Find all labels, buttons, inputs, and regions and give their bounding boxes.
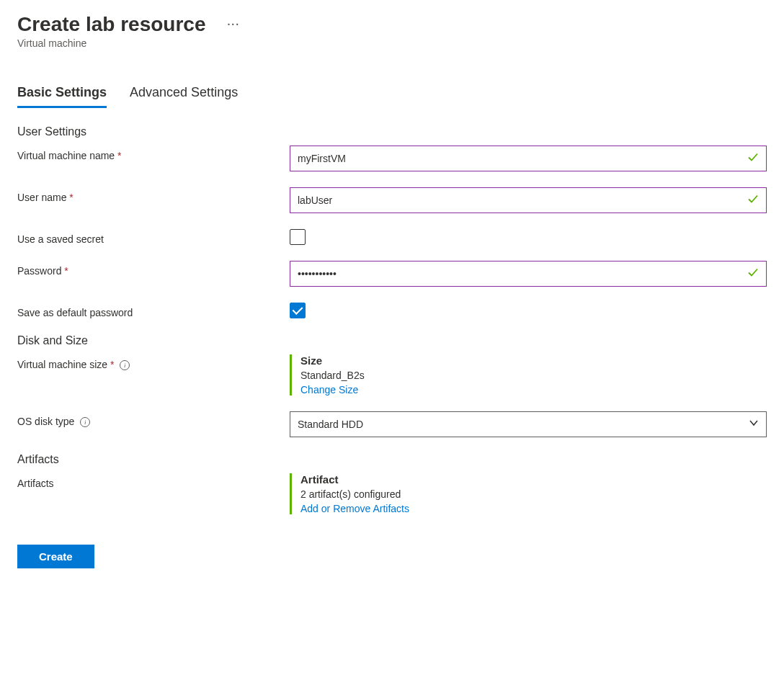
required-icon: * [110,359,114,370]
os-disk-type-select[interactable]: Standard HDD [290,411,767,437]
artifacts-summary: Artifact 2 artifact(s) configured Add or… [290,473,767,514]
label-user-name-text: User name [17,192,66,203]
info-icon[interactable]: i [80,417,90,427]
artifacts-title: Artifact [300,473,767,486]
section-artifacts: Artifacts [17,453,767,466]
add-remove-artifacts-link[interactable]: Add or Remove Artifacts [300,503,409,514]
vm-size-title: Size [300,354,767,367]
label-password-text: Password [17,265,61,277]
required-icon: * [117,150,121,161]
label-vm-size: Virtual machine size * i [17,354,290,370]
more-actions-icon[interactable]: ∙∙∙ [227,19,240,30]
tabs: Basic Settings Advanced Settings [17,85,767,108]
required-icon: * [64,265,68,277]
vm-size-value: Standard_B2s [300,370,767,381]
label-user-name: User name * [17,187,290,203]
use-saved-secret-checkbox[interactable] [290,229,306,245]
user-name-input[interactable] [290,187,767,213]
vm-size-summary: Size Standard_B2s Change Size [290,354,767,395]
artifacts-value: 2 artifact(s) configured [300,488,767,500]
vm-name-input[interactable] [290,146,767,171]
label-artifacts: Artifacts [17,473,290,489]
password-input[interactable] [290,261,767,287]
tab-advanced-settings[interactable]: Advanced Settings [130,85,238,108]
section-user-settings: User Settings [17,125,767,138]
os-disk-type-value: Standard HDD [298,419,363,430]
label-use-saved-secret: Use a saved secret [17,229,290,245]
required-icon: * [69,192,73,203]
tab-basic-settings[interactable]: Basic Settings [17,85,107,108]
page-subtitle: Virtual machine [17,37,767,49]
create-button[interactable]: Create [17,545,94,568]
label-os-disk-type-text: OS disk type [17,416,74,427]
label-vm-size-text: Virtual machine size [17,359,107,370]
label-vm-name-text: Virtual machine name [17,150,115,161]
label-save-default-password: Save as default password [17,303,290,318]
page-title-text: Create lab resource [17,13,205,36]
save-default-password-checkbox[interactable] [290,303,306,318]
label-vm-name: Virtual machine name * [17,146,290,161]
label-os-disk-type: OS disk type i [17,411,290,427]
page-title: Create lab resource ∙∙∙ [17,13,767,36]
info-icon[interactable]: i [120,360,130,370]
section-disk-and-size: Disk and Size [17,334,767,347]
chevron-down-icon [749,412,759,437]
label-password: Password * [17,261,290,277]
change-size-link[interactable]: Change Size [300,384,358,395]
